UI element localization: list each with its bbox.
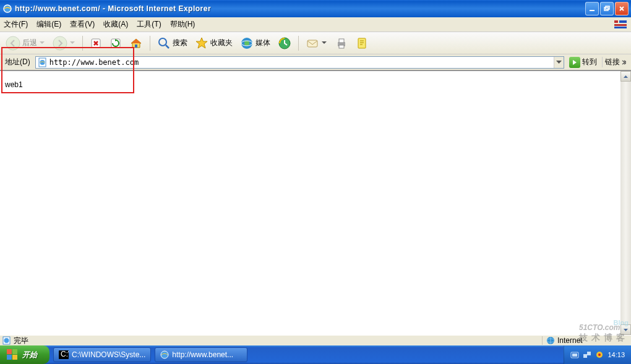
mail-dropdown[interactable] <box>321 41 327 44</box>
back-label: 后退 <box>22 38 37 48</box>
svg-rect-21 <box>339 45 344 48</box>
history-button[interactable] <box>275 35 294 52</box>
scroll-up-button[interactable] <box>620 71 631 82</box>
mail-button[interactable] <box>303 35 330 52</box>
print-button[interactable] <box>332 35 351 52</box>
menu-bar: 文件(F) 编辑(E) 查看(V) 收藏(A) 工具(T) 帮助(H) <box>0 17 631 32</box>
svg-rect-37 <box>572 353 577 357</box>
svg-rect-29 <box>7 349 12 354</box>
svg-rect-6 <box>614 24 627 26</box>
favorites-label: 收藏夹 <box>210 38 233 48</box>
svg-rect-30 <box>12 349 17 354</box>
svg-rect-1 <box>590 10 595 11</box>
media-button[interactable]: 媒体 <box>237 35 273 52</box>
svg-rect-7 <box>614 27 627 28</box>
back-dropdown[interactable] <box>39 41 45 44</box>
start-button[interactable]: 开始 <box>0 345 49 364</box>
address-bar: 地址(D) http://www.benet.com 转到 链接 <box>0 54 631 70</box>
address-label: 地址(D) <box>2 57 33 67</box>
stop-button[interactable] <box>87 35 105 52</box>
home-button[interactable] <box>126 35 146 52</box>
scroll-down-button[interactable] <box>620 324 631 335</box>
links-bar[interactable]: 链接 <box>602 57 629 67</box>
favorites-button[interactable]: 收藏夹 <box>192 35 236 52</box>
ie-logo-icon <box>2 4 12 14</box>
throbber-icon <box>611 18 630 32</box>
address-dropdown[interactable] <box>554 57 564 68</box>
search-label: 搜索 <box>173 38 187 48</box>
task1-label: C:\WINDOWS\Syste... <box>72 350 145 359</box>
scroll-track[interactable] <box>620 82 631 324</box>
svg-point-41 <box>598 353 601 356</box>
window-title: http://www.benet.com/ - Microsoft Intern… <box>15 4 585 13</box>
taskbar: 开始 C:\ C:\WINDOWS\Syste... http://www.be… <box>0 345 631 364</box>
forward-dropdown[interactable] <box>69 41 75 44</box>
page-body: web1 <box>0 71 620 335</box>
svg-rect-32 <box>12 355 17 360</box>
menu-view[interactable]: 查看(V) <box>70 19 95 30</box>
chevron-right-icon <box>621 60 626 65</box>
tray-icon-3[interactable] <box>595 350 604 359</box>
vertical-scrollbar[interactable] <box>620 71 631 335</box>
main-toolbar: 后退 搜索 收藏夹 媒体 <box>0 32 631 54</box>
taskbar-clock[interactable]: 14:13 <box>607 351 625 358</box>
svg-text:C:\: C:\ <box>61 350 69 358</box>
security-zone: Internet <box>542 336 629 345</box>
address-url: http://www.benet.com <box>49 58 554 67</box>
svg-rect-31 <box>7 355 12 360</box>
system-tray[interactable]: 14:13 <box>564 345 631 364</box>
window-titlebar: http://www.benet.com/ - Microsoft Intern… <box>0 0 631 17</box>
minimize-button[interactable] <box>585 2 599 15</box>
svg-point-26 <box>4 338 9 343</box>
done-icon <box>2 336 11 345</box>
go-button[interactable]: 转到 <box>567 56 599 69</box>
menu-edit[interactable]: 编辑(E) <box>36 19 61 30</box>
svg-rect-22 <box>358 38 366 48</box>
tray-icon-2[interactable] <box>583 350 591 359</box>
task2-label: http://www.benet... <box>172 350 233 359</box>
restore-button[interactable] <box>600 2 614 15</box>
start-label: 开始 <box>22 350 37 360</box>
menu-help[interactable]: 帮助(H) <box>170 19 195 30</box>
zone-label: Internet <box>557 336 583 345</box>
menu-file[interactable]: 文件(F) <box>4 19 28 30</box>
close-button[interactable] <box>615 2 629 15</box>
menu-tools[interactable]: 工具(T) <box>137 19 161 30</box>
svg-rect-5 <box>619 20 627 23</box>
svg-point-15 <box>244 41 249 46</box>
tray-icon-1[interactable] <box>570 350 579 359</box>
svg-rect-18 <box>307 40 317 47</box>
menu-favorites[interactable]: 收藏(A) <box>103 19 128 30</box>
back-button[interactable]: 后退 <box>2 35 48 52</box>
links-label: 链接 <box>605 57 620 67</box>
svg-rect-12 <box>135 44 137 48</box>
ie-task-icon <box>160 350 169 359</box>
svg-point-9 <box>53 36 67 50</box>
edit-button[interactable] <box>353 35 372 52</box>
go-arrow-icon <box>569 57 580 68</box>
address-field[interactable]: http://www.benet.com <box>35 56 564 69</box>
svg-point-8 <box>6 36 20 50</box>
page-text: web1 <box>5 80 23 89</box>
forward-button[interactable] <box>49 35 79 52</box>
refresh-button[interactable] <box>106 35 125 52</box>
status-bar: 完毕 Internet <box>0 335 631 345</box>
svg-point-13 <box>159 38 166 46</box>
taskbar-item-ie[interactable]: http://www.benet... <box>155 347 247 362</box>
page-icon <box>38 57 48 67</box>
media-label: 媒体 <box>255 38 270 48</box>
go-label: 转到 <box>582 57 597 67</box>
search-button[interactable]: 搜索 <box>154 35 191 52</box>
windows-logo-icon <box>6 349 19 361</box>
taskbar-item-cmd[interactable]: C:\ C:\WINDOWS\Syste... <box>53 347 151 362</box>
status-text: 完毕 <box>14 336 28 346</box>
internet-zone-icon <box>546 336 555 345</box>
cmd-icon: C:\ <box>59 350 69 359</box>
svg-rect-20 <box>339 39 344 43</box>
svg-rect-4 <box>614 20 618 23</box>
content-viewport: web1 <box>0 70 631 335</box>
